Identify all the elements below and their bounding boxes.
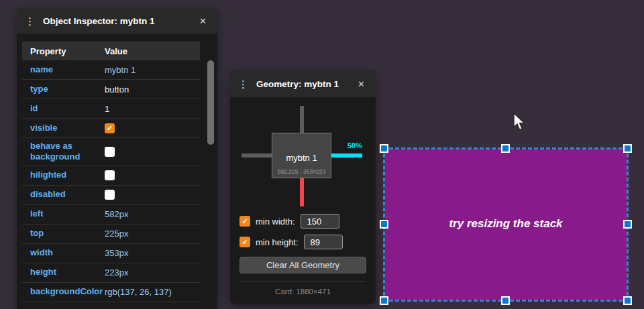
property-table: Property Value name mybtn 1 type button … (22, 42, 200, 302)
table-row-height: height 223px (22, 263, 200, 283)
top-anchor-bar[interactable] (300, 106, 304, 133)
property-label: top (22, 225, 105, 241)
table-row-backgroundcolor: backgroundColor rgb(137, 26, 137) (22, 283, 200, 302)
min-width-row: ✓ min width: (239, 214, 366, 229)
property-label: visible (22, 120, 105, 136)
table-row-hilighted: hilighted ✓ (22, 166, 200, 186)
geometry-panel: ⋮ Geometry: mybtn 1 ✕ 50% mybtn 1 582,22… (230, 70, 376, 304)
property-label: width (22, 245, 105, 261)
drag-handle-icon[interactable]: ⋮ (25, 16, 35, 26)
property-label: name (22, 62, 105, 78)
resize-handle-bottom-right[interactable] (623, 296, 632, 305)
table-row-type: type button (22, 80, 200, 99)
check-icon: ✓ (241, 218, 248, 225)
property-label: behave as background (22, 138, 105, 166)
table-row-visible: visible ✓ (22, 119, 200, 138)
geometry-header[interactable]: ⋮ Geometry: mybtn 1 ✕ (230, 70, 376, 97)
table-row-width: width 353px (22, 244, 200, 263)
table-row-top: top 225px (22, 225, 200, 244)
property-value[interactable]: button (105, 84, 200, 95)
property-value[interactable]: 1 (105, 104, 200, 114)
property-label: disabled (22, 186, 105, 202)
table-row-id: id 1 (22, 99, 200, 119)
resize-handle-top-middle[interactable] (501, 144, 510, 153)
property-label: backgroundColor (22, 284, 105, 300)
divider (239, 282, 366, 282)
bottom-anchor-bar[interactable] (300, 178, 304, 206)
object-inspector-header[interactable]: ⋮ Object Inspector: mybtn 1 ✕ (17, 8, 217, 34)
close-icon[interactable]: ✕ (355, 78, 368, 90)
behave-as-background-checkbox[interactable]: ✓ (105, 147, 115, 157)
resize-handle-top-left[interactable] (380, 144, 388, 153)
property-value[interactable]: rgb(137, 26, 137) (105, 287, 200, 297)
table-row-disabled: disabled ✓ (22, 186, 200, 205)
geometry-object-coords: 582,225 · 353×223 (272, 168, 331, 175)
resize-handle-bottom-left[interactable] (380, 296, 388, 305)
object-inspector-body: Property Value name mybtn 1 type button … (17, 34, 217, 302)
geometry-title: Geometry: mybtn 1 (256, 79, 355, 89)
disabled-checkbox[interactable]: ✓ (105, 190, 115, 200)
geometry-widget: 50% mybtn 1 582,225 · 353×223 (230, 97, 376, 208)
property-table-header: Property Value (22, 42, 200, 60)
property-label: type (22, 81, 105, 97)
check-icon: ✓ (241, 239, 248, 246)
resize-handle-middle-left[interactable] (380, 220, 388, 229)
table-row-name: name mybtn 1 (22, 60, 200, 80)
property-value[interactable]: 582px (105, 209, 200, 219)
min-height-checkbox[interactable]: ✓ (239, 237, 250, 247)
min-width-input[interactable] (301, 214, 339, 229)
resize-handle-bottom-middle[interactable] (501, 296, 510, 305)
property-value[interactable]: 353px (105, 248, 200, 258)
property-value[interactable]: 223px (105, 267, 200, 277)
property-value[interactable]: 225px (105, 229, 200, 239)
property-label: left (22, 206, 105, 222)
min-height-label: min height: (256, 237, 299, 247)
table-row-behave-as-background: behave as background ✓ (22, 138, 200, 166)
property-value[interactable]: mybtn 1 (105, 65, 200, 75)
resize-handle-top-right[interactable] (623, 144, 632, 153)
object-inspector-panel: ⋮ Object Inspector: mybtn 1 ✕ Property V… (17, 8, 217, 309)
geometry-object-name: mybtn 1 (286, 153, 317, 163)
geometry-object-box[interactable]: mybtn 1 582,225 · 353×223 (272, 133, 331, 178)
selected-stack[interactable]: try resizing the stack (383, 147, 629, 302)
column-header-property: Property (22, 46, 105, 56)
check-icon: ✓ (107, 125, 113, 132)
table-row-left: left 582px (22, 205, 200, 225)
min-width-label: min width: (256, 217, 295, 227)
column-header-value: Value (105, 46, 200, 56)
right-anchor-bar[interactable] (331, 153, 362, 158)
clear-all-geometry-button[interactable]: Clear All Geometry (239, 257, 366, 273)
object-inspector-title: Object Inspector: mybtn 1 (43, 16, 197, 26)
drag-handle-icon[interactable]: ⋮ (238, 79, 248, 89)
mouse-cursor (513, 113, 526, 135)
close-icon[interactable]: ✕ (197, 15, 209, 27)
min-height-row: ✓ min height: (239, 235, 366, 249)
property-label: hilighted (22, 167, 105, 183)
min-width-checkbox[interactable]: ✓ (239, 216, 250, 227)
resize-handle-middle-right[interactable] (623, 220, 632, 229)
scrollbar-thumb[interactable] (207, 60, 214, 145)
min-height-input[interactable] (304, 235, 343, 249)
visible-checkbox[interactable]: ✓ (105, 123, 115, 133)
property-label: height (22, 264, 105, 280)
right-bar-percent-label: 50% (331, 141, 362, 149)
hilighted-checkbox[interactable]: ✓ (105, 170, 115, 180)
stack-label: try resizing the stack (385, 217, 627, 231)
card-size-label: Card: 1880×471 (230, 288, 376, 296)
left-anchor-bar[interactable] (241, 153, 272, 158)
property-label: id (22, 101, 105, 117)
